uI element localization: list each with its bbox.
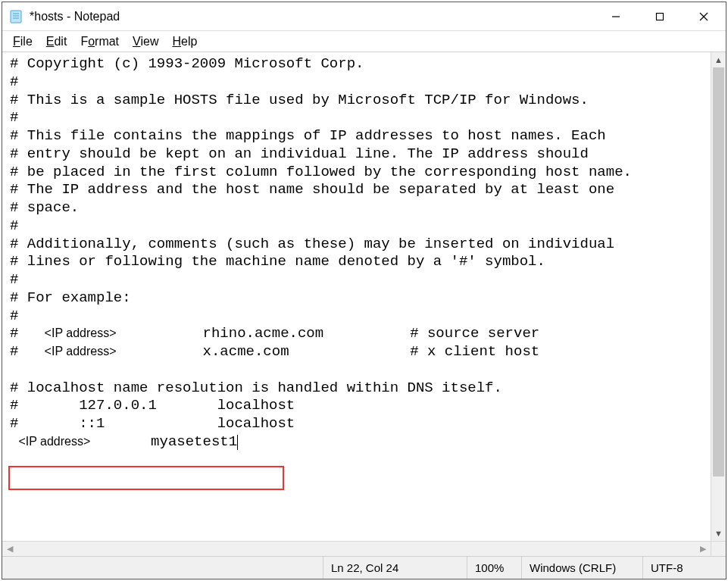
statusbar: Ln 22, Col 24 100% Windows (CRLF) UTF-8 bbox=[2, 556, 726, 579]
scroll-down-arrow-icon[interactable]: ▼ bbox=[711, 526, 726, 541]
ip-placeholder: <IP address> bbox=[45, 326, 117, 339]
line: rhino.acme.com # source server bbox=[117, 325, 540, 342]
status-zoom: 100% bbox=[467, 557, 521, 579]
line: myasetest1 bbox=[90, 433, 237, 450]
line: # Copyright (c) 1993-2009 Microsoft Corp… bbox=[10, 55, 364, 72]
line: # This file contains the mappings of IP … bbox=[10, 127, 606, 144]
scroll-corner bbox=[711, 542, 726, 556]
scroll-left-arrow-icon[interactable]: ◀ bbox=[2, 542, 17, 556]
line: # bbox=[10, 73, 18, 90]
svg-rect-0 bbox=[11, 11, 21, 23]
notepad-icon bbox=[8, 9, 23, 24]
line: # lines or following the machine name de… bbox=[10, 253, 545, 270]
notepad-window: *hosts - Notepad File Edit Format View H… bbox=[2, 2, 726, 579]
window-controls bbox=[594, 2, 726, 30]
line: # bbox=[10, 343, 45, 360]
window-title: *hosts - Notepad bbox=[30, 10, 120, 23]
line bbox=[10, 433, 18, 450]
title-left: *hosts - Notepad bbox=[2, 9, 594, 24]
line: # Additionally, comments (such as these)… bbox=[10, 236, 614, 252]
line: # bbox=[10, 308, 18, 324]
line: # bbox=[10, 271, 18, 288]
menubar: File Edit Format View Help bbox=[2, 31, 726, 52]
line: # space. bbox=[10, 199, 79, 216]
line: # bbox=[10, 325, 45, 342]
line: # The IP address and the host name shoul… bbox=[10, 181, 614, 198]
line: # For example: bbox=[10, 289, 131, 306]
close-button[interactable] bbox=[682, 2, 726, 30]
scroll-track[interactable] bbox=[711, 476, 726, 526]
line: # 127.0.0.1 localhost bbox=[10, 397, 295, 414]
line: # be placed in the first column followed… bbox=[10, 164, 632, 180]
vertical-scrollbar[interactable]: ▲ ▼ bbox=[711, 52, 726, 541]
maximize-button[interactable] bbox=[638, 2, 682, 30]
line: x.acme.com # x client host bbox=[117, 343, 540, 360]
line: # bbox=[10, 217, 18, 234]
menu-help[interactable]: Help bbox=[166, 33, 205, 50]
hscroll-track[interactable] bbox=[17, 542, 695, 556]
line: # This is a sample HOSTS file used by Mi… bbox=[10, 92, 589, 108]
horizontal-scrollbar[interactable]: ◀ ▶ bbox=[2, 541, 726, 556]
line: # bbox=[10, 109, 18, 126]
status-position: Ln 22, Col 24 bbox=[323, 557, 467, 579]
text-editor[interactable]: # Copyright (c) 1993-2009 Microsoft Corp… bbox=[2, 52, 711, 541]
status-line-ending: Windows (CRLF) bbox=[521, 557, 642, 579]
line: # localhost name resolution is handled w… bbox=[10, 380, 502, 396]
scroll-right-arrow-icon[interactable]: ▶ bbox=[695, 542, 711, 556]
menu-view[interactable]: View bbox=[127, 33, 166, 50]
titlebar: *hosts - Notepad bbox=[2, 2, 726, 31]
editor-area: # Copyright (c) 1993-2009 Microsoft Corp… bbox=[2, 52, 726, 541]
menu-edit[interactable]: Edit bbox=[40, 33, 75, 50]
ip-placeholder: <IP address> bbox=[18, 435, 90, 448]
scroll-up-arrow-icon[interactable]: ▲ bbox=[711, 52, 726, 67]
scroll-thumb[interactable] bbox=[713, 67, 724, 476]
minimize-button[interactable] bbox=[594, 2, 638, 30]
line: # ::1 localhost bbox=[10, 415, 295, 432]
menu-format[interactable]: Format bbox=[74, 33, 127, 50]
line: # entry should be kept on an individual … bbox=[10, 145, 589, 162]
text-caret bbox=[237, 435, 238, 450]
menu-file[interactable]: File bbox=[7, 33, 40, 50]
ip-placeholder: <IP address> bbox=[45, 345, 117, 358]
status-encoding: UTF-8 bbox=[642, 557, 726, 579]
svg-rect-5 bbox=[657, 13, 664, 20]
